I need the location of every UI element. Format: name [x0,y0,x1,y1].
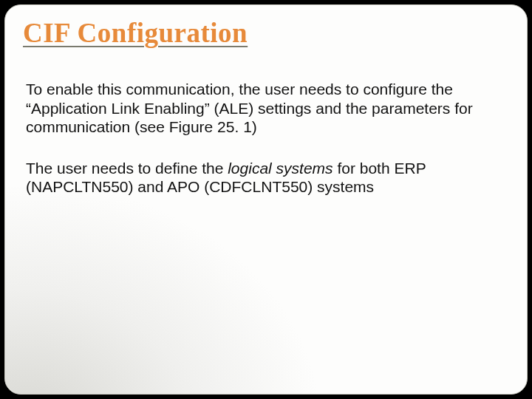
paragraph-1: To enable this communication, the user n… [26,80,499,137]
slide-body: To enable this communication, the user n… [26,80,506,197]
paragraph-2-italic: logical systems [228,160,332,177]
slide-title: CIF Configuration [23,17,506,49]
paragraph-2: The user needs to define the logical sys… [26,159,499,197]
paragraph-2-lead: The user needs to define the [26,160,228,177]
slide-card: CIF Configuration To enable this communi… [4,4,528,395]
